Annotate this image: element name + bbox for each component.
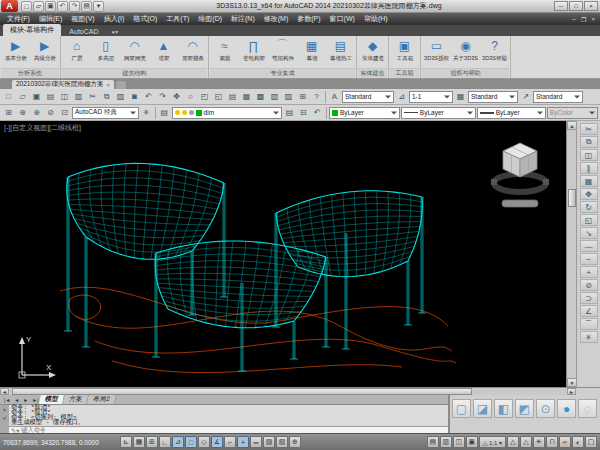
dim-style-icon[interactable]: ⊿: [395, 90, 408, 103]
stretch-icon[interactable]: ↘: [580, 227, 598, 239]
workspace-settings-icon[interactable]: ✳: [140, 106, 153, 119]
break-icon[interactable]: ⊘: [580, 279, 598, 291]
curtain-thermal-button[interactable]: ▤幕墙热工: [326, 37, 355, 68]
tower-mast-button[interactable]: ▲塔架: [149, 37, 178, 68]
scroll-right-icon[interactable]: ►: [567, 388, 576, 395]
clean-screen-icon[interactable]: ▢: [585, 436, 597, 448]
move-icon[interactable]: ✥: [580, 188, 598, 200]
mirror-icon[interactable]: ◫: [580, 149, 598, 161]
copy-icon[interactable]: ⧉: [100, 90, 113, 103]
menu-item-0[interactable]: 文件(F): [3, 14, 34, 24]
horizontal-scroll-thumb[interactable]: [12, 388, 472, 395]
quick-view-drawings-icon[interactable]: ▣: [466, 436, 478, 448]
mleader-style-combo[interactable]: Standard: [533, 91, 583, 103]
drawing-file-tab[interactable]: 20210302菲律宾医院雨棚方案 ×: [12, 80, 114, 89]
layer-combo[interactable]: dim: [172, 107, 282, 119]
customize-icon[interactable]: ✐: [2, 415, 6, 421]
menu-item-3[interactable]: 插入(I): [100, 14, 129, 24]
scroll-left-icon[interactable]: ◄: [0, 388, 9, 395]
roof-truss-button[interactable]: ◠屋架檩条: [178, 37, 207, 68]
join-icon[interactable]: ⊃: [580, 292, 598, 304]
doc-restore-button[interactable]: ❐: [579, 16, 588, 23]
layout-nav-icon-1[interactable]: ◄: [12, 397, 21, 403]
isolate-objects-icon[interactable]: ◐: [572, 436, 584, 448]
plot-icon[interactable]: ▤: [44, 90, 57, 103]
erase-icon[interactable]: ✂: [580, 123, 598, 135]
sheet-set-icon[interactable]: ▧: [268, 90, 281, 103]
infer-constraints-icon[interactable]: ⊾: [120, 436, 132, 448]
object-snap-icon[interactable]: □: [185, 436, 197, 448]
menu-item-9[interactable]: 参数(P): [293, 14, 324, 24]
new-icon[interactable]: □: [2, 90, 15, 103]
zoom-previous-icon[interactable]: ◱: [212, 90, 225, 103]
linetype-combo[interactable]: ByLayer: [401, 107, 476, 119]
grid-display-icon[interactable]: ⊞: [146, 436, 158, 448]
lineweight-combo[interactable]: ByLayer: [477, 107, 546, 119]
design-center-icon[interactable]: ▦: [240, 90, 253, 103]
tool-palettes-icon[interactable]: ▩: [254, 90, 267, 103]
new-tab-button[interactable]: [116, 81, 126, 89]
pan-icon[interactable]: ✥: [170, 90, 183, 103]
qsave-icon[interactable]: ▣: [45, 1, 56, 12]
copy-icon[interactable]: ⧉: [580, 136, 598, 148]
ucs-view-icon[interactable]: ⊡: [58, 106, 71, 119]
command-window[interactable]: ×✐ 命令: *取消*命令: *取消*命令: <切换到: 模型>重生成模型 - …: [0, 404, 448, 434]
transparency-icon[interactable]: ▨: [263, 436, 275, 448]
layout-nav-icon-0[interactable]: |◄: [2, 397, 12, 403]
ucs-object-icon[interactable]: ⊕: [30, 106, 43, 119]
factory-button[interactable]: ⌂厂房: [62, 37, 91, 68]
menu-item-6[interactable]: 绘图(D): [194, 14, 226, 24]
extend-icon[interactable]: +: [580, 266, 598, 278]
ucs-face-icon[interactable]: ⊘: [44, 106, 57, 119]
table-style-icon[interactable]: ▦: [454, 90, 467, 103]
layer-match-icon[interactable]: ⊟: [297, 106, 310, 119]
color-combo[interactable]: ByLayer: [329, 107, 400, 119]
zoom-realtime-icon[interactable]: ○: [184, 90, 197, 103]
menu-item-2[interactable]: 视图(V): [67, 14, 98, 24]
object-snap-tracking-icon[interactable]: ∡: [211, 436, 223, 448]
fillet-icon[interactable]: ⌒: [580, 318, 598, 330]
annotation-autoscale-icon[interactable]: △: [520, 436, 532, 448]
file-tab-close-icon[interactable]: ×: [106, 82, 110, 88]
help-icon[interactable]: ?: [310, 90, 323, 103]
viewport-controls[interactable]: [-][自定义视图][二维线框]: [4, 123, 81, 133]
polar-tracking-icon[interactable]: ⊿: [172, 436, 184, 448]
twisted-member-button[interactable]: ⌒弯扭构件: [268, 37, 297, 68]
ortho-mode-icon[interactable]: ∟: [159, 436, 171, 448]
publish-icon[interactable]: ▥: [72, 90, 85, 103]
lineweight-display-icon[interactable]: ═: [250, 436, 262, 448]
qnew-icon[interactable]: □: [21, 1, 32, 12]
viewcube-menu-button[interactable]: [502, 200, 538, 207]
snap-mode-icon[interactable]: ▦: [133, 436, 145, 448]
viewcube[interactable]: [488, 133, 552, 209]
horizontal-scrollbar[interactable]: ◄ ►: [0, 387, 600, 395]
layout-nav-icon-2[interactable]: ►: [21, 397, 30, 403]
3d-object-snap-icon[interactable]: ◇: [198, 436, 210, 448]
shades-of-gray-style-icon[interactable]: ◌: [578, 399, 597, 418]
layer-on-icon[interactable]: [175, 110, 180, 115]
ucs-icon[interactable]: ⊞: [2, 106, 15, 119]
basic-analysis-button[interactable]: ▶基本分析: [1, 37, 30, 68]
qopen-icon[interactable]: ▱: [33, 1, 44, 12]
help-3d3s-button[interactable]: ?3D3S帮助: [480, 37, 509, 68]
layer-properties-icon[interactable]: ▤: [158, 106, 171, 119]
annotation-scale-button[interactable]: △ 1:1 ▾: [479, 436, 506, 448]
text-style-icon[interactable]: A: [328, 90, 341, 103]
ribbon-options-icon[interactable]: ●▾: [107, 27, 124, 36]
2d-wireframe-style-icon[interactable]: ▢: [452, 399, 471, 418]
scroll-down-icon[interactable]: ▼: [567, 378, 577, 387]
cut-icon[interactable]: ✂: [86, 90, 99, 103]
paste-icon[interactable]: ▨: [114, 90, 127, 103]
layer-lock-icon[interactable]: [189, 110, 194, 115]
chamfer-icon[interactable]: ∠: [580, 305, 598, 317]
menu-item-5[interactable]: 工具(T): [162, 14, 193, 24]
quick-calc-icon[interactable]: ⊞: [296, 90, 309, 103]
mleader-style-icon[interactable]: ↗: [519, 90, 532, 103]
curtain-wall-button[interactable]: ▦幕墙: [297, 37, 326, 68]
save-icon[interactable]: ▣: [30, 90, 43, 103]
advanced-analysis-button[interactable]: ▶高级分析: [30, 37, 59, 68]
trim-icon[interactable]: −: [580, 253, 598, 265]
vertical-scrollbar[interactable]: ▲ ▼: [566, 121, 576, 387]
minimize-button[interactable]: ─: [554, 1, 568, 11]
undo-icon[interactable]: ↶: [57, 1, 68, 12]
